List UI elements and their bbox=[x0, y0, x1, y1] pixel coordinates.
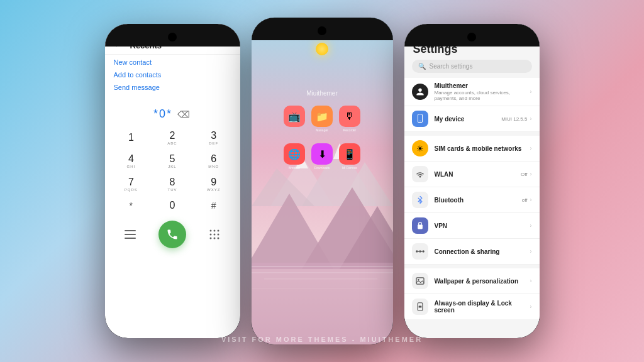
chevron-icon-3: › bbox=[530, 145, 532, 151]
mountain-svg bbox=[252, 18, 393, 344]
svg-point-8 bbox=[218, 234, 219, 236]
phone-settings: 15:26 ▐▐▐ Settings 🔍 Search settings bbox=[404, 24, 540, 338]
settings-item-device[interactable]: My device MIUI 12.5.5 › bbox=[404, 106, 540, 132]
punch-hole-2 bbox=[318, 26, 326, 35]
svg-point-10 bbox=[214, 238, 216, 239]
bluetooth-right: off › bbox=[522, 197, 532, 203]
bluetooth-status: off bbox=[522, 197, 528, 203]
keypad-button[interactable] bbox=[205, 225, 224, 244]
svg-rect-21 bbox=[252, 263, 393, 344]
bluetooth-text: Bluetooth bbox=[435, 197, 516, 204]
settings-list: Miuithemer Manage accounts, cloud servic… bbox=[404, 78, 540, 319]
svg-point-7 bbox=[214, 234, 216, 236]
key-9[interactable]: 9WXYZ bbox=[194, 173, 234, 195]
phone-dialer: 15:26 ▐▐▐ ← Recents New contact Add to c… bbox=[105, 24, 240, 338]
app-item-recorder[interactable]: 🎙 Recorder bbox=[339, 106, 360, 132]
key-6[interactable]: 6MNO bbox=[194, 150, 234, 172]
settings-item-vpn[interactable]: VPN › bbox=[404, 213, 540, 239]
svg-point-6 bbox=[210, 234, 212, 236]
svg-point-30 bbox=[416, 250, 418, 252]
signal-icon-2: ▐▐▐ bbox=[362, 23, 373, 29]
status-icons-1: ▐▐▐ bbox=[209, 30, 230, 35]
settings-item-wallpaper[interactable]: Wallpaper & personalization › bbox=[404, 268, 540, 294]
page-title: Recents bbox=[130, 41, 162, 50]
svg-rect-28 bbox=[418, 224, 423, 229]
wallpaper-right: › bbox=[530, 278, 532, 284]
app-item-miremote[interactable]: 📱 Mi Remote bbox=[339, 143, 360, 170]
account-sub: Manage accounts, cloud services, payment… bbox=[435, 90, 524, 101]
back-button[interactable]: ← bbox=[114, 40, 123, 50]
svg-point-27 bbox=[419, 121, 420, 121]
sim-text: SIM cards & mobile networks bbox=[435, 145, 524, 152]
signal-icon-3: ▐▐▐ bbox=[509, 30, 519, 35]
punch-hole-3 bbox=[467, 33, 476, 41]
always-on-right: › bbox=[530, 304, 532, 310]
always-on-label: Always-on display & Lock screen bbox=[435, 300, 524, 314]
add-to-contacts-link[interactable]: Add to contacts bbox=[114, 71, 231, 79]
account-label: Miuithemer bbox=[435, 82, 524, 89]
chevron-icon-7: › bbox=[530, 248, 532, 255]
settings-item-wlan[interactable]: WLAN Off › bbox=[404, 162, 540, 187]
vpn-icon bbox=[412, 217, 428, 234]
punch-hole-1 bbox=[168, 33, 177, 41]
svg-point-31 bbox=[422, 250, 424, 252]
app-item-browser[interactable]: 🌐 Browser bbox=[284, 143, 305, 170]
always-on-text: Always-on display & Lock screen bbox=[435, 300, 524, 314]
sim-icon: ☀ bbox=[412, 140, 428, 156]
avatar bbox=[412, 84, 428, 100]
time-3: 15:26 bbox=[414, 29, 429, 35]
chevron-icon-6: › bbox=[530, 222, 532, 229]
connection-right: › bbox=[530, 248, 532, 255]
vpn-label: VPN bbox=[435, 222, 524, 229]
chevron-icon: › bbox=[530, 89, 532, 95]
key-hash[interactable]: # bbox=[194, 197, 234, 214]
settings-item-sim[interactable]: ☀ SIM cards & mobile networks › bbox=[404, 136, 540, 162]
key-5[interactable]: 5JKL bbox=[152, 150, 192, 172]
time-1: 15:26 bbox=[115, 29, 130, 35]
battery-icon bbox=[223, 30, 230, 34]
settings-item-account[interactable]: Miuithemer Manage accounts, cloud servic… bbox=[404, 78, 540, 106]
new-contact-link[interactable]: New contact bbox=[114, 58, 231, 66]
wlan-label: WLAN bbox=[435, 171, 514, 178]
app-item-manager[interactable]: 📁 Manager bbox=[311, 106, 333, 132]
battery-icon-3 bbox=[522, 30, 530, 34]
wlan-status: Off bbox=[521, 172, 528, 177]
key-8[interactable]: 8TUV bbox=[152, 173, 192, 195]
svg-rect-0 bbox=[125, 230, 136, 231]
wallpaper-label: Wallpaper & personalization bbox=[435, 278, 524, 285]
svg-point-3 bbox=[210, 230, 212, 232]
dialer-bottom-bar bbox=[105, 217, 240, 252]
settings-item-connection[interactable]: Connection & sharing › bbox=[404, 239, 540, 265]
chevron-icon-4: › bbox=[530, 171, 532, 177]
device-text: My device bbox=[435, 116, 496, 123]
menu-button[interactable] bbox=[121, 225, 140, 244]
search-icon: 🔍 bbox=[418, 63, 426, 70]
search-placeholder: Search settings bbox=[430, 63, 473, 70]
app-row-1: 📺 📁 Manager 🎙 Recorder bbox=[284, 106, 360, 132]
device-icon bbox=[412, 111, 428, 127]
phone-home: 15:26 ▐▐▐ Miuithemer bbox=[252, 18, 393, 344]
settings-item-always-on[interactable]: Always-on display & Lock screen › bbox=[404, 294, 540, 319]
send-message-link[interactable]: Send message bbox=[114, 84, 231, 91]
key-2[interactable]: 2ABC bbox=[152, 127, 192, 149]
svg-rect-2 bbox=[125, 238, 136, 239]
delete-button[interactable]: ⌫ bbox=[177, 109, 191, 119]
app-item-downloads[interactable]: ⬇ Downloads bbox=[311, 143, 333, 170]
wlan-icon bbox=[412, 166, 428, 182]
key-1[interactable]: 1 bbox=[111, 127, 152, 149]
settings-item-bluetooth[interactable]: Bluetooth off › bbox=[404, 187, 540, 213]
app-item-tv[interactable]: 📺 bbox=[284, 106, 305, 132]
svg-point-5 bbox=[218, 230, 219, 232]
phones-container: 15:26 ▐▐▐ ← Recents New contact Add to c… bbox=[105, 18, 540, 344]
key-7[interactable]: 7PQRS bbox=[111, 173, 152, 195]
chevron-icon-8: › bbox=[530, 278, 532, 284]
key-star[interactable]: * bbox=[111, 197, 152, 214]
connection-text: Connection & sharing bbox=[435, 248, 524, 255]
key-0[interactable]: 0 bbox=[152, 197, 192, 214]
search-box[interactable]: 🔍 Search settings bbox=[412, 60, 532, 73]
key-3[interactable]: 3DEF bbox=[194, 127, 234, 149]
connection-icon bbox=[412, 243, 428, 260]
call-button[interactable] bbox=[158, 221, 186, 248]
watermark: VISIT FOR MORE THEMES - MIUITHEMER bbox=[221, 336, 423, 343]
key-4[interactable]: 4GHI bbox=[111, 150, 152, 172]
